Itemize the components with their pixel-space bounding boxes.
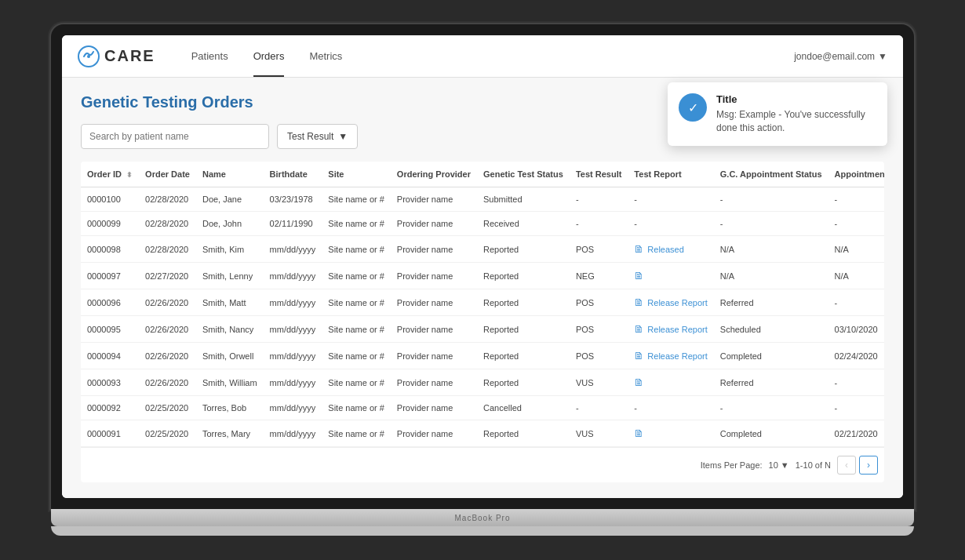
cell-ordering-provider: Provider name [391,316,477,343]
cell-gc-appointment-status: N/A [714,236,828,263]
col-birthdate[interactable]: Birthdate [264,162,322,187]
cell-birthdate: mm/dd/yyyy [264,369,322,396]
filter-button[interactable]: Test Result ▼ [277,124,358,149]
table-row: 0000091 02/25/2020 Torres, Mary mm/dd/yy… [81,420,884,447]
cell-ordering-provider: Provider name [391,289,477,316]
cell-test-report[interactable]: 🗎Release Report [628,316,713,343]
toast-message: Msg: Example - You've successfully done … [716,108,876,135]
cell-order-id: 0000098 [81,236,139,263]
cell-test-report[interactable]: 🗎Release Report [628,289,713,316]
cell-name: Smith, Matt [196,289,264,316]
col-site[interactable]: Site [322,162,391,187]
toast-notification: ✓ Title Msg: Example - You've successful… [668,82,887,146]
col-order-id[interactable]: Order ID ⬍ [81,162,139,187]
cell-appointment-date: - [828,289,884,316]
cell-ordering-provider: Provider name [391,212,477,236]
items-per-page-select[interactable]: 10 ▼ [769,460,789,470]
cell-test-report: - [628,396,713,420]
cell-ordering-provider: Provider name [391,187,477,212]
pagination-range: 1-10 of N [796,460,831,470]
cell-birthdate: mm/dd/yyyy [264,289,322,316]
col-gc-appointment-status[interactable]: G.C. Appointment Status [714,162,828,187]
cell-ordering-provider: Provider name [391,396,477,420]
cell-gc-appointment-status: Referred [714,369,828,396]
cell-order-date: 02/26/2020 [139,289,196,316]
user-caret-icon: ▼ [878,51,887,62]
cell-genetic-test-status: Reported [477,289,570,316]
table-row: 0000094 02/26/2020 Smith, Orwell mm/dd/y… [81,343,884,369]
nav-metrics[interactable]: Metrics [297,35,355,77]
cell-name: Smith, Nancy [196,316,264,343]
col-order-date[interactable]: Order Date [139,162,196,187]
next-page-button[interactable]: › [859,456,878,475]
table-row: 0000096 02/26/2020 Smith, Matt mm/dd/yyy… [81,289,884,316]
col-appointment-date[interactable]: Appointment Date [828,162,884,187]
cell-order-date: 02/28/2020 [139,187,196,212]
table-row: 0000093 02/26/2020 Smith, William mm/dd/… [81,369,884,396]
items-per-page-caret: ▼ [781,460,789,470]
col-test-report[interactable]: Test Report [628,162,713,187]
col-name[interactable]: Name [196,162,264,187]
cell-gc-appointment-status: N/A [714,263,828,289]
cell-birthdate: 03/23/1978 [264,187,322,212]
orders-table: Order ID ⬍ Order Date Name Birthdate Sit… [81,162,884,447]
cell-birthdate: mm/dd/yyyy [264,263,322,289]
nav-items: Patients Orders Metrics [179,35,355,77]
cell-test-report[interactable]: 🗎Release Report [628,343,713,369]
cell-name: Smith, William [196,369,264,396]
cell-gc-appointment-status: - [714,396,828,420]
cell-order-date: 02/28/2020 [139,212,196,236]
doc-icon: 🗎 [634,376,644,388]
cell-site: Site name or # [322,396,391,420]
prev-page-button[interactable]: ‹ [837,456,856,475]
cell-appointment-date: - [828,369,884,396]
doc-icon: 🗎 [634,243,644,255]
table-row: 0000099 02/28/2020 Doe, John 02/11/1990 … [81,212,884,236]
toast-title: Title [716,93,876,105]
cell-ordering-provider: Provider name [391,263,477,289]
laptop-chin [51,526,914,536]
logo: CARE [78,45,155,67]
cell-site: Site name or # [322,212,391,236]
cell-test-result: POS [570,236,628,263]
cell-order-date: 02/25/2020 [139,420,196,447]
cell-ordering-provider: Provider name [391,236,477,263]
cell-test-report[interactable]: 🗎 [628,369,713,396]
cell-birthdate: mm/dd/yyyy [264,236,322,263]
table-body: 0000100 02/28/2020 Doe, Jane 03/23/1978 … [81,187,884,447]
nav-orders[interactable]: Orders [241,35,297,77]
cell-site: Site name or # [322,289,391,316]
cell-appointment-date: N/A [828,263,884,289]
cell-name: Smith, Lenny [196,263,264,289]
cell-genetic-test-status: Reported [477,343,570,369]
items-per-page-label: Items Per Page: [701,460,763,470]
col-test-result[interactable]: Test Result [570,162,628,187]
cell-order-date: 02/26/2020 [139,369,196,396]
nav-patients[interactable]: Patients [179,35,241,77]
table-row: 0000095 02/26/2020 Smith, Nancy mm/dd/yy… [81,316,884,343]
cell-ordering-provider: Provider name [391,369,477,396]
cell-test-result: VUS [570,369,628,396]
cell-test-report[interactable]: 🗎 [628,420,713,447]
cell-order-date: 02/27/2020 [139,263,196,289]
cell-test-report[interactable]: 🗎 [628,263,713,289]
cell-genetic-test-status: Reported [477,236,570,263]
cell-appointment-date: 02/21/2020 [828,420,884,447]
cell-test-result: - [570,187,628,212]
cell-test-report[interactable]: 🗎Released [628,236,713,263]
cell-gc-appointment-status: Referred [714,289,828,316]
cell-genetic-test-status: Submitted [477,187,570,212]
cell-genetic-test-status: Reported [477,369,570,396]
cell-name: Smith, Orwell [196,343,264,369]
cell-order-id: 0000091 [81,420,139,447]
toast-icon: ✓ [679,93,707,122]
col-ordering-provider[interactable]: Ordering Provider [391,162,477,187]
cell-order-id: 0000100 [81,187,139,212]
cell-ordering-provider: Provider name [391,343,477,369]
cell-order-id: 0000094 [81,343,139,369]
logo-text: CARE [104,47,155,65]
search-input[interactable] [81,124,269,149]
nav-user[interactable]: jondoe@email.com ▼ [794,51,887,62]
col-genetic-test-status[interactable]: Genetic Test Status [477,162,570,187]
doc-icon: 🗎 [634,350,644,362]
